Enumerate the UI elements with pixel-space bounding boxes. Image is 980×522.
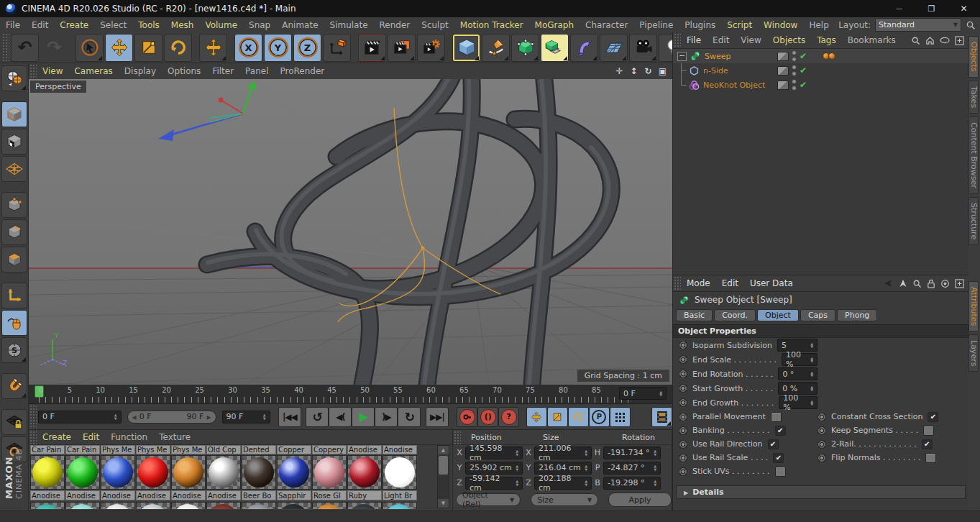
material-tile[interactable]: Phys Me Anodise [171,445,206,509]
viewport-canvas[interactable]: Perspective Grid Spacing : 1 cm Y -Z [29,79,672,385]
object-properties-header[interactable]: Object Properties [673,324,968,338]
material-thumbnail[interactable] [242,455,276,490]
vp-menu-options[interactable]: Options [162,66,206,76]
keyframe-circle-icon[interactable] [818,413,826,421]
material-tile[interactable]: Copper Sapphir [277,445,311,509]
view-label[interactable]: Perspective [30,81,86,93]
scale-tool-button[interactable] [134,34,162,62]
rotate-tool-button[interactable] [164,34,192,62]
menu-edit[interactable]: Edit [26,20,54,30]
history-back-icon[interactable] [882,279,894,288]
side-tab-content-browser[interactable]: Content Browser [968,116,979,194]
toolbar-drag-handle[interactable] [1,32,9,63]
maximize-view-icon[interactable] [657,66,668,76]
keyframe-circle-icon[interactable] [679,413,687,421]
object-name[interactable]: n-Side [703,66,728,75]
material-tile[interactable]: Anodise Ruby [347,445,382,509]
mat-menu-texture[interactable]: Texture [153,432,196,442]
material-tile[interactable]: Anodise Light Br [383,445,417,509]
visibility-dots[interactable] [792,65,797,76]
axis-mode-button[interactable] [1,283,27,308]
make-editable-button[interactable] [1,65,27,91]
keyframe-circle-icon[interactable] [679,398,687,407]
object-tags[interactable] [823,52,834,60]
material-thumbnail[interactable] [312,455,347,490]
am-drag-handle[interactable] [673,275,681,291]
key-parameter-toggle[interactable]: P [589,407,610,427]
play-backwards-button[interactable] [306,407,329,427]
viewport-drag-handle[interactable] [29,63,37,79]
menu-mesh[interactable]: Mesh [165,20,200,30]
rot-b-field[interactable]: -19.298 ° [603,477,661,490]
side-tab-layers[interactable]: Layers [968,334,979,372]
om-menu-bookmarks[interactable]: Bookmarks [842,35,902,45]
menu-volume[interactable]: Volume [199,20,243,30]
material-top-label[interactable]: Copper [277,445,311,454]
keep-segments-checkbox[interactable] [923,426,934,436]
pan-view-icon[interactable] [614,66,625,76]
material-next-row-sliver[interactable] [136,502,170,509]
menu-pipeline[interactable]: Pipeline [633,20,679,30]
side-tab-structure[interactable]: Structure [968,197,979,245]
details-expander[interactable]: Details [676,485,966,499]
coordinate-system-button[interactable] [323,34,351,62]
mat-menu-function[interactable]: Function [105,432,153,442]
menu-help[interactable]: Help [803,20,834,30]
goto-end-button[interactable] [426,407,449,427]
deformers-button[interactable] [570,34,598,62]
side-tab-attributes[interactable]: Attributes [968,281,979,331]
material-next-row-sliver[interactable] [277,502,311,509]
minimize-button[interactable] [883,0,915,17]
menu-file[interactable]: File [0,20,26,30]
material-name-label[interactable]: Anodise [101,490,135,500]
vp-menu-view[interactable]: View [37,66,68,76]
last-used-tool-button[interactable] [199,34,227,62]
side-tab-takes[interactable]: Takes [968,81,979,114]
tab-object[interactable]: Object [757,309,799,321]
vp-menu-display[interactable]: Display [119,66,162,76]
material-drag-handle[interactable] [29,430,37,444]
render-settings-button[interactable] [417,34,445,62]
material-next-row-sliver[interactable] [101,502,135,509]
vp-menu-cameras[interactable]: Cameras [68,66,118,76]
range-left-arrow-icon[interactable] [132,412,139,421]
material-thumbnail[interactable] [347,455,382,490]
material-tile[interactable]: Coppery Rose Gl [312,445,347,509]
generators-sweep-button[interactable] [541,34,569,62]
frame-spinner[interactable]: 0 F [38,411,122,423]
material-tile[interactable]: Dented Beer Bo [242,445,276,509]
material-tile[interactable]: Phys Me Anodise [101,445,135,509]
am-menu-mode[interactable]: Mode [681,278,716,288]
material-top-label[interactable]: Phys Me [136,445,170,454]
tab-coord[interactable]: Coord. [714,309,756,321]
banking-checkbox[interactable] [775,426,786,436]
tab-phong[interactable]: Phong [837,309,877,321]
camera-button[interactable] [629,34,657,62]
menu-select[interactable]: Select [94,20,132,30]
keyframe-circle-icon[interactable] [679,355,687,364]
points-mode-button[interactable] [1,192,27,218]
render-view-button[interactable] [358,34,386,62]
material-thumbnail[interactable] [206,455,241,490]
material-thumbnail[interactable] [171,455,206,490]
eye-icon[interactable] [940,37,950,44]
vp-menu-filter[interactable]: Filter [206,66,239,76]
keyframe-selection-button[interactable] [498,407,519,427]
enabled-check-icon[interactable] [800,65,807,75]
end-rotation-field[interactable]: 0 ° [778,367,818,380]
search-icon[interactable] [911,36,920,45]
layout-select[interactable]: Standard [875,18,961,32]
pos-x-field[interactable]: 145.598 cm [465,447,523,459]
material-name-label[interactable]: Rose Gl [312,490,347,500]
snap-toggle-button[interactable] [1,373,27,399]
menu-window[interactable]: Window [758,20,803,30]
record-keyframe-button[interactable] [457,407,477,427]
close-button[interactable] [948,0,980,17]
enabled-check-icon[interactable] [800,80,807,90]
om-drag-handle[interactable] [673,32,681,48]
material-thumbnail[interactable] [277,455,311,490]
enabled-check-icon[interactable] [800,51,807,61]
timeline-ruler[interactable]: 05 1015 2025 3035 4045 5055 6065 7075 80… [29,385,672,404]
search-icon[interactable] [912,279,922,288]
vp-menu-panel[interactable]: Panel [239,66,274,76]
